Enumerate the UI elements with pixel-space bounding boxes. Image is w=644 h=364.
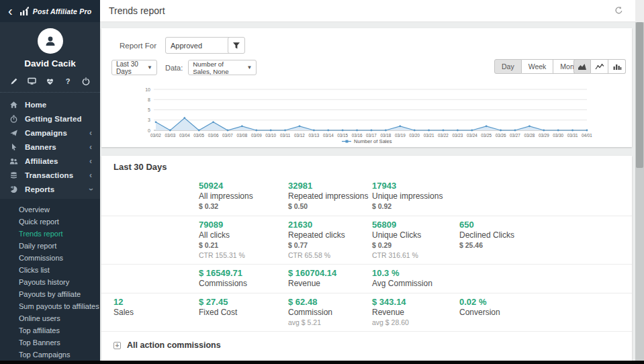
avatar[interactable] xyxy=(38,28,63,54)
subnav-item-sum-payouts[interactable]: Sum payouts to affiliates xyxy=(0,300,100,312)
brand-name: Post Affiliate Pro xyxy=(33,7,92,15)
filter-button[interactable] xyxy=(228,37,245,54)
subnav-item-payouts-by-affiliate[interactable]: Payouts by affiliate xyxy=(0,288,100,300)
plus-square-icon[interactable]: + xyxy=(113,342,121,349)
stat-repeated-clicks: 21630 Repeated clicks $ 0.77 CTR 65.58 % xyxy=(288,220,372,260)
chevron-left-icon: ‹ xyxy=(89,156,92,166)
funnel-icon xyxy=(232,42,240,50)
subnav-item-online-users[interactable]: Online users xyxy=(0,312,100,324)
chevron-left-icon: ‹ xyxy=(89,142,92,152)
caret-icon: ▼ xyxy=(147,64,152,71)
sidebar-item-banners[interactable]: Banners ‹ xyxy=(0,140,100,154)
sidebar-header: ‹ Post Affiliate Pro xyxy=(0,0,100,22)
stat-unique-clicks: 56809 Unique Clicks $ 0.29 CTR 316.61 % xyxy=(372,220,459,260)
subnav-item-payouts-history[interactable]: Payouts history xyxy=(0,276,100,288)
paper-plane-icon xyxy=(9,129,18,137)
subnav-item-commissions[interactable]: Commissions xyxy=(0,252,100,264)
summary-title: Last 30 Days xyxy=(101,156,632,177)
data-series-select[interactable]: Number of Sales, None ▼ xyxy=(188,60,257,75)
brand-logo[interactable]: Post Affiliate Pro xyxy=(19,7,92,16)
bar-chart-icon xyxy=(612,63,622,71)
heart-pulse-icon[interactable] xyxy=(46,77,55,85)
svg-text:03/18: 03/18 xyxy=(381,133,392,138)
page-title: Trends report xyxy=(100,5,165,16)
stat-sales: 12 Sales xyxy=(113,297,199,327)
refresh-icon[interactable] xyxy=(614,6,623,15)
hand-pointer-icon xyxy=(9,143,18,151)
pie-chart-icon xyxy=(9,185,18,193)
sidebar-item-home[interactable]: Home xyxy=(0,97,100,111)
subnav-item-quick-report[interactable]: Quick report xyxy=(0,216,100,228)
stat-sale-revenue: $ 343.14 Revenue avg $ 28.60 xyxy=(372,297,459,327)
svg-text:03/13: 03/13 xyxy=(309,133,320,138)
app-window: ‹ Post Affiliate Pro David Cacik xyxy=(0,0,644,364)
user-name: David Cacik xyxy=(0,58,100,69)
svg-text:03/07: 03/07 xyxy=(222,133,233,138)
svg-text:03/27: 03/27 xyxy=(510,133,520,138)
stat-sale-commission: $ 62.48 Commission avg $ 5.21 xyxy=(288,297,372,327)
subnav-item-trends-report[interactable]: Trends report xyxy=(0,228,100,240)
edit-icon[interactable] xyxy=(9,77,19,85)
svg-text:03/23: 03/23 xyxy=(453,133,463,138)
svg-text:5: 5 xyxy=(148,107,150,112)
svg-text:03/10: 03/10 xyxy=(265,133,276,138)
line-chart-button[interactable] xyxy=(591,59,608,74)
sidebar: ‹ Post Affiliate Pro David Cacik xyxy=(0,0,100,364)
monitor-icon[interactable] xyxy=(28,77,37,85)
period-week-button[interactable]: Week xyxy=(522,59,554,74)
period-day-button[interactable]: Day xyxy=(494,59,522,74)
sidebar-item-campaigns[interactable]: Campaigns ‹ xyxy=(0,126,100,140)
date-range-select[interactable]: Last 30 Days ▼ xyxy=(111,60,157,75)
vertical-scrollbar[interactable] xyxy=(635,0,644,364)
svg-text:8: 8 xyxy=(148,97,150,102)
sales-row: 12 Sales $ 27.45 Fixed Cost $ 62.48 Comm… xyxy=(101,293,632,332)
sidebar-item-reports[interactable]: Reports ‹ xyxy=(0,182,100,196)
sidebar-item-affiliates[interactable]: Affiliates ‹ xyxy=(0,154,100,168)
help-icon[interactable]: ? xyxy=(63,77,73,85)
sidebar-item-getting-started[interactable]: Getting Started xyxy=(0,111,100,126)
all-action-commissions-toggle[interactable]: + All action commissions xyxy=(101,340,632,350)
subnav-item-top-affiliates[interactable]: Top affiliates xyxy=(0,324,100,336)
report-for-row: Report For Approved ▼ xyxy=(120,37,242,54)
svg-text:03/06: 03/06 xyxy=(208,133,219,138)
subnav-item-clicks-list[interactable]: Clicks list xyxy=(0,264,100,276)
sidebar-item-transactions[interactable]: Transactions ‹ xyxy=(0,168,100,182)
all-action-commissions-label: All action commissions xyxy=(127,340,221,350)
scrollbar-thumb[interactable] xyxy=(636,22,643,168)
svg-text:03/15: 03/15 xyxy=(337,133,348,138)
area-chart-button[interactable] xyxy=(573,59,591,74)
top-bar: Trends report xyxy=(100,0,635,22)
users-icon xyxy=(9,157,18,165)
svg-text:03/22: 03/22 xyxy=(438,133,449,138)
subnav-item-top-banners[interactable]: Top Banners xyxy=(0,336,100,349)
caret-icon: ▼ xyxy=(246,64,252,71)
coins-icon xyxy=(9,171,18,179)
clicks-row: 79089 All clicks $ 0.21 CTR 155.31 % 216… xyxy=(101,216,632,265)
svg-text:03/09: 03/09 xyxy=(251,133,262,138)
stat-unique-impressions: 17943 Unique impressions $ 0.92 xyxy=(372,181,459,212)
power-icon[interactable] xyxy=(81,77,91,85)
subnav-item-top-campaigns[interactable]: Top Campaigns xyxy=(0,349,100,361)
svg-text:03/25: 03/25 xyxy=(481,133,492,138)
stat-commissions: $ 16549.71 Commissions xyxy=(199,268,288,289)
range-data-row: Last 30 Days ▼ Data: Number of Sales, No… xyxy=(111,60,257,75)
svg-text:10: 10 xyxy=(145,87,150,92)
subnav-item-daily-report[interactable]: Daily report xyxy=(0,240,100,252)
svg-text:Number of Sales: Number of Sales xyxy=(354,138,392,144)
chevron-left-icon: ‹ xyxy=(89,171,92,180)
report-for-label: Report For xyxy=(120,42,156,50)
svg-text:03/17: 03/17 xyxy=(366,133,377,138)
commissions-row: $ 16549.71 Commissions $ 160704.14 Reven… xyxy=(101,265,632,293)
svg-text:03/29: 03/29 xyxy=(539,133,549,138)
svg-text:03/31: 03/31 xyxy=(567,133,578,138)
svg-text:03/02: 03/02 xyxy=(150,133,161,138)
svg-text:?: ? xyxy=(66,77,71,85)
svg-text:03/12: 03/12 xyxy=(294,133,305,138)
svg-text:04/01: 04/01 xyxy=(582,133,592,138)
chevron-down-icon: ‹ xyxy=(86,188,95,191)
bar-chart-button[interactable] xyxy=(608,59,626,74)
svg-text:03/20: 03/20 xyxy=(409,133,420,138)
reports-subnav: Overview Quick report Trends report Dail… xyxy=(0,199,100,364)
back-icon[interactable]: ‹ xyxy=(8,5,13,17)
subnav-item-overview[interactable]: Overview xyxy=(0,203,100,216)
